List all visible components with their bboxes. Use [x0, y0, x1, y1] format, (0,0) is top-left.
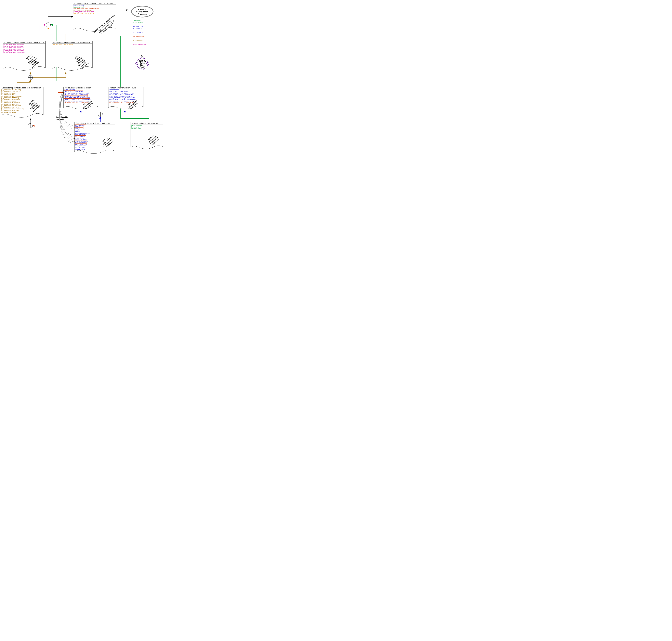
processor-output-line: [METRICSTORE]]: [132, 22, 143, 23]
config-header: [USER-DEFINED]: [73, 5, 84, 6]
processor-output-line: ...: [132, 30, 134, 31]
cbtool-object-store: CBTOOL Object Store (Redis): [136, 57, 149, 70]
combine-cloud: [98, 112, 103, 117]
config-header: [VMCRS_TEMPLATES : SCAPNW]: [73, 13, 94, 14]
svg-point-13: [141, 55, 143, 57]
config-header: [AI_TEMPLATES : HDAUTOCONF]: [1, 96, 22, 97]
config-header: [USER-DEFINED]: [109, 89, 120, 91]
config-header: [AIDRS_TEMPLATES : SIMPLENP]: [3, 44, 24, 45]
svg-text:~/cbtool/configs/templates/int: ~/cbtool/configs/templates/internal_opti…: [75, 122, 110, 124]
config-header: [AI_TEMPLATES : TRADELITE]: [1, 91, 20, 92]
config-header: [AI_DEFAULTS : OSK_CLOUDCONFIG]: [109, 96, 132, 97]
svg-point-12: [126, 9, 128, 11]
svg-point-26: [136, 63, 138, 65]
processor-output-line: [AIDRS_TEMPLATES]: [132, 44, 145, 45]
svg-text:~/cbtool/configs/templates/_ec: ~/cbtool/configs/templates/_ec2.txt: [64, 87, 91, 89]
config-header: [VM_DEFAULTS]: [75, 136, 85, 137]
config-header: [AIDRS_TEMPLATES : SIMPLEFB]: [3, 50, 24, 52]
config-header: [FIRS_DEFAULTS : OSK_CLOUDCONFIG]: [109, 100, 134, 102]
file-cloud-definitions: ~/cbtool/configs/${LOGNAME}_cloud_defini…: [73, 2, 118, 38]
processor-output-line: [AI_TEMPLATES]: [132, 40, 143, 41]
config-header: [AIDRS_TEMPLATES : SIMPLEHD]: [3, 47, 24, 49]
config-header: [AI_TEMPLATES : DAYTRADER]: [1, 89, 20, 91]
config-header: [VM_DEFAULTS : OSK_CLOUDCONFIG]: [109, 94, 133, 95]
config-header: [AIDRS_DEFAULTS : OSK_CLOUDCONFIG]: [109, 97, 135, 98]
config-header: [USER-DEFINED]: [75, 125, 85, 126]
svg-text:CBTOOL: CBTOOL: [138, 9, 146, 11]
config-header: [SPACE : OSK_CLOUDCONFIG ]: [109, 91, 128, 92]
config-header: [VMC_DEFAULTS : EC2_CLOUDCONFIG]: [64, 92, 89, 94]
config-header: [AI_TEMPLATES : DDGEN]: [1, 100, 17, 102]
file-application-submitters: ~/cbtool/configs/templates/application_s…: [3, 41, 45, 70]
svg-text:~/cbtool/configs/templates/_os: ~/cbtool/configs/templates/_osk.txt: [109, 87, 136, 89]
config-header: [DASH_DEFAULTS]: [75, 144, 87, 145]
config-header: [AI_TEMPLATES : WINDESKTOP]: [1, 105, 22, 107]
file-application-instances: ~/cbtool/configs/templates/application_i…: [1, 87, 43, 118]
processor-output-line: ...: [132, 46, 134, 47]
config-header: [AI_TEMPLATES : NULLWORKLOAD]: [1, 108, 24, 110]
config-header: [AIDRS_DEFAULTS : EC2_CLOUDCONFIG]: [64, 97, 90, 98]
config-header: [VMCRS_DEFAULTS]: [75, 140, 88, 142]
config-header: [FIRS_DEFAULTS : EC2_CLOUDCONFIG]: [64, 100, 89, 102]
config-header: [FIRS_DEFAULTS]: [75, 142, 86, 144]
config-header: [AI_TEMPLATES : DAYTRADER]: [73, 10, 93, 11]
svg-text:CBTOOL: CBTOOL: [139, 60, 146, 62]
svg-point-24: [141, 57, 143, 59]
config-header: [AI_TEMPLATES : HADOOP]: [1, 94, 18, 95]
processor-output-line: [LOGSTORE]: [132, 20, 141, 21]
config-header: [VMCRS_DEFAULTS : OSK_CLOUDCONFIG]: [109, 99, 136, 100]
processor-output-line: ...: [132, 42, 134, 43]
diagram-canvas: ~/cbtool/configs/${LOGNAME}_cloud_defini…: [0, 0, 173, 166]
processor-output-line: [VM_TEMPLATES]: [132, 36, 143, 37]
file-ec2: ~/cbtool/configs/templates/_ec2.txt [USE…: [64, 87, 99, 111]
file-path: ~/cbtool/configs/${LOGNAME}_cloud_defini…: [74, 2, 113, 4]
config-header: [AIDRS_DEFAULTS]: [75, 139, 87, 140]
svg-text:~/cbtool/configs/templates/sto: ~/cbtool/configs/templates/stores.txt: [131, 122, 159, 124]
combine-low: [28, 123, 33, 128]
config-header: [QUERY]: [75, 131, 80, 132]
config-header: [AI_TEMPLATES : SPECJBB]: [1, 110, 19, 111]
svg-text:~/cbtool/configs/templates/app: ~/cbtool/configs/templates/application_i…: [1, 87, 41, 89]
processor-output-line: ...: [132, 34, 134, 35]
config-header: [AIDRS_TEMPLATES : SIMPLECM]: [3, 49, 24, 50]
svg-text:~/cbtool/configs/templates/cap: ~/cbtool/configs/templates/capture_submi…: [53, 41, 90, 43]
processor-output-line: [GUI_DEFAULTS]: [132, 32, 143, 33]
svg-text:~/cbtool/configs/templates/app: ~/cbtool/configs/templates/application_s…: [4, 41, 44, 43]
config-header: [VM_TEMPLATES : OSK_CLOUDCONFIG]: [73, 8, 99, 9]
config-header: [AI_TEMPLATES : FBNFSRD]: [1, 104, 19, 105]
svg-text:Configuration: Configuration: [136, 11, 148, 13]
config-header: [AI_TEMPLATES : HPCC]: [1, 111, 16, 113]
svg-text:Processor: Processor: [138, 13, 147, 15]
svg-text:Object: Object: [140, 62, 145, 64]
config-header: [OBJECTSTORE]: [131, 125, 141, 126]
svg-text:(Redis): (Redis): [140, 66, 145, 68]
config-header: [GUI_DEFAULTS]: [75, 148, 85, 150]
processor-output-line: ...: [132, 24, 134, 25]
config-header: [API_DEFAULTS]: [75, 147, 85, 148]
config-header: [METRICSTORE]: [131, 128, 141, 129]
config-header: [VMC_DEFAULTS]: [75, 134, 86, 136]
combine-top: [46, 23, 51, 27]
config-header: [ADMISSION_CONTROL]: [75, 133, 90, 134]
file-osk: ~/cbtool/configs/templates/_osk.txt [USE…: [108, 87, 144, 111]
file-internal-options: ~/cbtool/configs/templates/internal_opti…: [74, 122, 115, 154]
config-header: [LOGSTORE]: [131, 126, 139, 128]
connector-green: [51, 25, 149, 122]
config-header: [MON_DEFAULTS]: [75, 145, 86, 147]
config-header: [AI_TEMPLATES : NETPERF]: [1, 97, 19, 98]
config-header: [SPACE : EC2_CLOUDCONFIG]: [64, 91, 83, 92]
config-header: [AI_TEMPLATES : COREMARK]: [1, 99, 20, 100]
processor-output-line: [AI_DEFAULTS]: [132, 28, 142, 29]
config-header: [AIDRS_TEMPLATES : SIMPLENW]: [3, 52, 25, 53]
config-header: [AIDRS_TEMPLATES : SIMPLEDT]: [73, 11, 94, 13]
config-header: [USER-DEFINED]: [64, 89, 75, 91]
cbtool-config-processor: CBTOOL Configuration Processor: [131, 6, 153, 17]
config-header: [VMCRS_TEMPLATES : SCAPNW]: [53, 44, 73, 45]
file-capture-submitters: ~/cbtool/configs/templates/capture_submi…: [52, 41, 93, 70]
svg-text:Store: Store: [140, 64, 144, 66]
processor-output-line: [VM_DEFAULTS]: [132, 26, 142, 27]
config-header: [VMCRS_DEFAULTS : EC2_CLOUDCONFIG]: [64, 99, 91, 100]
svg-text:Cloud-Specific: Cloud-Specific: [56, 116, 68, 118]
file-stores: ~/cbtool/configs/templates/stores.txt [O…: [131, 122, 163, 149]
config-header: [AI_TEMPLATES : FILEBENCH]: [1, 102, 20, 103]
